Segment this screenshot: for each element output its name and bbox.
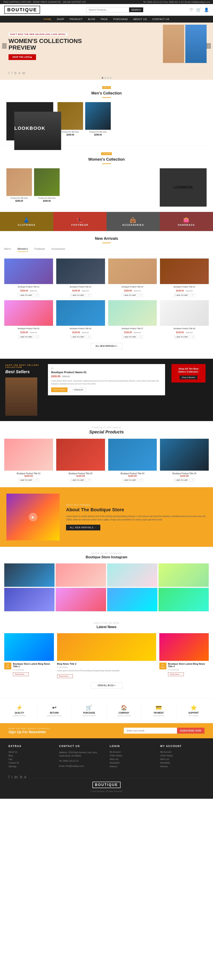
insta-item-5[interactable]	[4, 588, 54, 611]
wishlist-btn[interactable]: ♡	[191, 478, 195, 482]
category-footwear[interactable]: 👠 FOOTWEAR	[53, 212, 107, 231]
nav-contact[interactable]: CONTACT US	[152, 18, 170, 21]
shop-collection-button[interactable]: Shop Collection	[179, 375, 197, 379]
add-to-cart-btn[interactable]: + ADD TO CART	[122, 335, 138, 339]
nav-blog[interactable]: BLOG	[88, 18, 95, 21]
insta-item-3[interactable]	[107, 563, 157, 587]
nav-home[interactable]: HOME	[44, 18, 51, 21]
wishlist-btn[interactable]: ♡	[35, 478, 39, 482]
wishlist-btn[interactable]: ♡	[35, 293, 39, 297]
add-to-cart-btn[interactable]: + ADD TO CART	[122, 478, 138, 482]
wishlist-btn[interactable]: ♡	[191, 293, 195, 297]
hero-dot-4[interactable]	[110, 77, 112, 79]
footer-social-twitter[interactable]: t	[11, 775, 12, 778]
hero-next-button[interactable]: ›	[207, 43, 211, 49]
insta-item-4[interactable]	[159, 563, 209, 587]
add-to-cart-btn[interactable]: + ADD TO CART	[18, 478, 34, 482]
footer-link-wishlist-2[interactable]: Wish List	[160, 758, 205, 760]
wishlist-btn[interactable]: ♡	[139, 478, 143, 482]
wishlist-btn[interactable]: ♡	[139, 293, 143, 297]
buy-now-button[interactable]: BUY IT NOW	[51, 387, 67, 392]
add-to-cart-btn[interactable]: + ADD TO CART	[70, 293, 86, 297]
add-to-cart-btn[interactable]: + ADD TO CART	[70, 335, 86, 339]
footer-link-faq[interactable]: Faq	[8, 758, 53, 760]
social-pinterest[interactable]: p	[19, 71, 20, 74]
insta-item-6[interactable]	[56, 588, 106, 611]
wishlist-btn[interactable]: ♡	[87, 478, 91, 482]
newsletter-email-input[interactable]	[124, 728, 177, 733]
play-button[interactable]: ▶	[29, 513, 37, 521]
add-to-cart-btn[interactable]: + ADD TO CART	[70, 478, 86, 482]
add-to-cart-btn[interactable]: + ADD TO CART	[18, 335, 34, 339]
footer-link-newsletter[interactable]: Newsletter	[110, 762, 154, 764]
arrivals-tab-mens[interactable]: Men's	[4, 247, 11, 252]
nav-about[interactable]: ABOUT US	[133, 18, 147, 21]
footer-link-returns[interactable]: Returns	[110, 765, 154, 768]
footer-link-orders-2[interactable]: Order History	[160, 754, 205, 757]
add-to-cart-btn[interactable]: + ADD TO CART	[174, 335, 190, 339]
blog-read-more-3[interactable]: Read More →	[168, 672, 184, 676]
newsletter-subscribe-button[interactable]: SUBSCRIBE NOW	[177, 728, 205, 733]
insta-item-8[interactable]	[159, 588, 209, 611]
add-to-cart-btn[interactable]: + ADD TO CART	[174, 293, 190, 297]
social-twitter[interactable]: t	[11, 71, 12, 74]
site-logo[interactable]: BOUTIQUE	[4, 6, 40, 14]
view-all-arrivals-button[interactable]: ALL NEW ARRIVALS +	[91, 343, 122, 349]
wishlist-btn[interactable]: ♡	[87, 293, 91, 297]
category-handbags[interactable]: 👛 HANDBAGS	[160, 212, 213, 231]
footer-link-orders[interactable]: Order History	[110, 754, 154, 757]
search-input[interactable]	[86, 8, 129, 12]
social-instagram[interactable]: in	[14, 71, 16, 74]
footer-link-newsletter-2[interactable]: Newsletter	[160, 762, 205, 764]
wishlist-icon[interactable]: ♡	[190, 8, 193, 12]
footer-social-google[interactable]: g+	[14, 775, 18, 778]
footer-link-returns-2[interactable]: Returns	[160, 765, 205, 768]
insta-item-7[interactable]	[107, 588, 157, 611]
arrivals-tab-footwear[interactable]: Footwear	[34, 247, 45, 252]
category-accessories[interactable]: 👜 ACCESSORIES	[107, 212, 160, 231]
footer-social-pinterest[interactable]: p	[24, 775, 26, 778]
nav-page[interactable]: PAGE	[101, 18, 108, 21]
social-facebook[interactable]: f	[8, 71, 10, 74]
insta-item-2[interactable]	[56, 563, 106, 587]
footer-link-wishlist[interactable]: Wish List	[110, 758, 154, 760]
add-to-cart-btn[interactable]: + ADD TO CART	[122, 293, 138, 297]
about-cta-button[interactable]: ALL NEW ARRIVALS →	[66, 525, 100, 530]
nav-shop[interactable]: SHOP	[57, 18, 64, 21]
arrivals-tab-womens[interactable]: Women's	[18, 247, 28, 252]
search-button[interactable]: SEARCH	[129, 8, 143, 12]
footer-link-about[interactable]: About Us	[8, 751, 53, 753]
wishlist-btn[interactable]: ♡	[139, 335, 143, 339]
wishlist-btn[interactable]: ♡	[191, 335, 195, 339]
hero-dot-3[interactable]	[107, 77, 109, 79]
wishlist-btn[interactable]: ♡	[87, 335, 91, 339]
hero-dot-1[interactable]	[102, 77, 103, 79]
footer-link-contact[interactable]: Contact Us	[8, 762, 53, 764]
social-google[interactable]: g+	[22, 71, 26, 74]
blog-read-more-1[interactable]: Read More →	[13, 672, 29, 676]
nav-product[interactable]: PRODUCT	[70, 18, 83, 21]
footer-link-myaccount-2[interactable]: My Account	[160, 751, 205, 753]
cart-icon[interactable]: 🛒	[196, 8, 201, 12]
view-all-blog-button[interactable]: VIEW ALL BLOG +	[91, 682, 122, 689]
footer-social-facebook[interactable]: f	[8, 775, 10, 778]
blog-read-more-2[interactable]: Read More →	[57, 674, 73, 678]
wishlist-btn[interactable]: ♡	[35, 335, 39, 339]
footer-link-myaccount[interactable]: My Account	[110, 751, 154, 753]
footer-link-sitemap[interactable]: Sitemap	[8, 765, 53, 768]
hero-cta-button[interactable]: SHOP THE LOOK ▶	[8, 54, 36, 60]
category-clothings[interactable]: 👗 CLOTHINGS	[0, 212, 53, 231]
nav-purchase[interactable]: PURCHASE	[113, 18, 128, 21]
insta-item-1[interactable]	[4, 563, 54, 587]
feature-company-title: COMPANY	[109, 712, 139, 714]
quality-icon: ⚡	[4, 705, 35, 711]
add-to-cart-btn[interactable]: + ADD TO CART	[18, 293, 34, 297]
wishlist-button[interactable]: ♡ WISHLIST	[69, 387, 86, 392]
womens-collection-grid: Product for title here $299.00 Product f…	[6, 168, 207, 207]
account-icon[interactable]: 👤	[204, 8, 209, 12]
hero-dot-2[interactable]	[104, 77, 106, 79]
footer-link-blog[interactable]: Blog	[8, 754, 53, 757]
add-to-cart-btn[interactable]: + ADD TO CART	[174, 478, 190, 482]
arrivals-tab-accessories[interactable]: Accessories	[51, 247, 65, 252]
footer-social-instagram[interactable]: in	[20, 775, 22, 778]
